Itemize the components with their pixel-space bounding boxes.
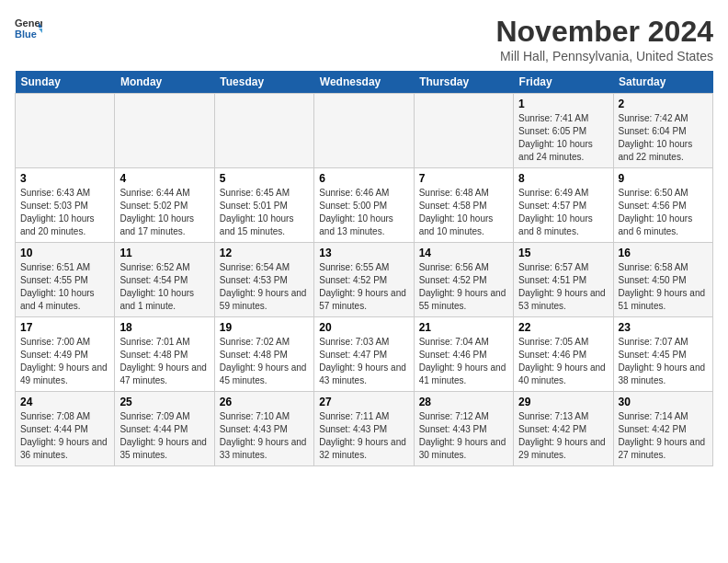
sunset: Sunset: 4:48 PM	[220, 349, 309, 362]
day-cell: 2 Sunrise: 7:42 AM Sunset: 6:04 PM Dayli…	[613, 94, 712, 168]
day-number: 7	[419, 172, 508, 185]
day-cell: 14 Sunrise: 6:56 AM Sunset: 4:52 PM Dayl…	[414, 243, 513, 317]
day-cell: 22 Sunrise: 7:05 AM Sunset: 4:46 PM Dayl…	[514, 317, 613, 392]
day-number: 28	[419, 396, 508, 408]
day-cell: 11 Sunrise: 6:52 AM Sunset: 4:54 PM Dayl…	[115, 243, 214, 317]
sunrise: Sunrise: 7:41 AM	[518, 112, 608, 125]
sunrise: Sunrise: 7:04 AM	[419, 336, 508, 349]
day-number: 18	[119, 321, 209, 334]
sunset: Sunset: 4:45 PM	[619, 349, 708, 362]
day-cell: 3 Sunrise: 6:43 AM Sunset: 5:03 PM Dayli…	[16, 168, 115, 243]
sunset: Sunset: 4:48 PM	[119, 349, 209, 362]
daylight: Daylight: 9 hours and 40 minutes.	[518, 362, 608, 387]
sunset: Sunset: 4:50 PM	[619, 274, 708, 287]
day-cell: 7 Sunrise: 6:48 AM Sunset: 4:58 PM Dayli…	[414, 168, 513, 243]
daylight: Daylight: 9 hours and 35 minutes.	[119, 436, 209, 462]
day-info: Sunrise: 7:13 AM Sunset: 4:42 PM Dayligh…	[518, 410, 608, 462]
day-number: 16	[619, 247, 708, 259]
sunrise: Sunrise: 6:44 AM	[119, 187, 209, 200]
header: General Blue November 2024 Mill Hall, Pe…	[15, 15, 713, 63]
sunrise: Sunrise: 7:07 AM	[619, 336, 708, 349]
day-cell: 27 Sunrise: 7:11 AM Sunset: 4:43 PM Dayl…	[314, 392, 414, 466]
daylight: Daylight: 9 hours and 51 minutes.	[619, 287, 708, 313]
day-cell: 5 Sunrise: 6:45 AM Sunset: 5:01 PM Dayli…	[214, 168, 313, 243]
svg-text:Blue: Blue	[15, 29, 37, 40]
day-cell: 29 Sunrise: 7:13 AM Sunset: 4:42 PM Dayl…	[514, 392, 613, 466]
daylight: Daylight: 9 hours and 33 minutes.	[220, 436, 309, 462]
day-info: Sunrise: 7:41 AM Sunset: 6:05 PM Dayligh…	[518, 112, 608, 164]
day-info: Sunrise: 7:10 AM Sunset: 4:43 PM Dayligh…	[220, 410, 309, 462]
day-info: Sunrise: 6:50 AM Sunset: 4:56 PM Dayligh…	[619, 187, 708, 238]
day-info: Sunrise: 6:44 AM Sunset: 5:02 PM Dayligh…	[119, 187, 209, 238]
logo-icon: General Blue	[15, 15, 42, 42]
day-cell: 20 Sunrise: 7:03 AM Sunset: 4:47 PM Dayl…	[314, 317, 414, 392]
daylight: Daylight: 9 hours and 27 minutes.	[619, 436, 708, 462]
header-day-friday: Friday	[514, 71, 613, 94]
day-cell: 13 Sunrise: 6:55 AM Sunset: 4:52 PM Dayl…	[314, 243, 414, 317]
daylight: Daylight: 10 hours and 24 minutes.	[518, 138, 608, 164]
sunrise: Sunrise: 7:12 AM	[419, 410, 508, 423]
sunrise: Sunrise: 7:13 AM	[518, 410, 608, 423]
day-number: 17	[20, 321, 109, 334]
header-day-wednesday: Wednesday	[314, 71, 414, 94]
sunrise: Sunrise: 6:46 AM	[319, 187, 408, 200]
day-number: 29	[518, 396, 608, 408]
sunset: Sunset: 5:01 PM	[220, 200, 309, 213]
sunrise: Sunrise: 6:50 AM	[619, 187, 708, 200]
sunrise: Sunrise: 7:42 AM	[619, 112, 708, 125]
day-info: Sunrise: 6:48 AM Sunset: 4:58 PM Dayligh…	[419, 187, 508, 238]
day-info: Sunrise: 6:52 AM Sunset: 4:54 PM Dayligh…	[119, 261, 209, 313]
sunrise: Sunrise: 7:00 AM	[20, 336, 109, 349]
day-cell	[314, 94, 414, 168]
day-cell: 16 Sunrise: 6:58 AM Sunset: 4:50 PM Dayl…	[613, 243, 712, 317]
day-number: 12	[220, 247, 309, 259]
sunrise: Sunrise: 6:48 AM	[419, 187, 508, 200]
day-cell: 1 Sunrise: 7:41 AM Sunset: 6:05 PM Dayli…	[514, 94, 613, 168]
location: Mill Hall, Pennsylvania, United States	[495, 49, 713, 63]
day-info: Sunrise: 7:02 AM Sunset: 4:48 PM Dayligh…	[220, 336, 309, 387]
week-row-1: 1 Sunrise: 7:41 AM Sunset: 6:05 PM Dayli…	[16, 94, 713, 168]
day-info: Sunrise: 7:07 AM Sunset: 4:45 PM Dayligh…	[619, 336, 708, 387]
daylight: Daylight: 9 hours and 45 minutes.	[220, 362, 309, 387]
daylight: Daylight: 9 hours and 41 minutes.	[419, 362, 508, 387]
header-day-thursday: Thursday	[414, 71, 513, 94]
sunrise: Sunrise: 6:52 AM	[119, 261, 209, 274]
sunrise: Sunrise: 6:58 AM	[619, 261, 708, 274]
sunset: Sunset: 4:51 PM	[518, 274, 608, 287]
header-day-monday: Monday	[115, 71, 214, 94]
day-info: Sunrise: 6:57 AM Sunset: 4:51 PM Dayligh…	[518, 261, 608, 313]
daylight: Daylight: 10 hours and 8 minutes.	[518, 213, 608, 238]
sunset: Sunset: 4:55 PM	[20, 274, 109, 287]
day-number: 8	[518, 172, 608, 185]
sunset: Sunset: 4:52 PM	[419, 274, 508, 287]
daylight: Daylight: 9 hours and 55 minutes.	[419, 287, 508, 313]
sunset: Sunset: 6:04 PM	[619, 125, 708, 138]
day-number: 14	[419, 247, 508, 259]
sunrise: Sunrise: 6:43 AM	[20, 187, 109, 200]
header-day-sunday: Sunday	[16, 71, 115, 94]
daylight: Daylight: 9 hours and 59 minutes.	[220, 287, 309, 313]
sunset: Sunset: 4:53 PM	[220, 274, 309, 287]
day-number: 5	[220, 172, 309, 185]
day-number: 10	[20, 247, 109, 259]
day-cell: 18 Sunrise: 7:01 AM Sunset: 4:48 PM Dayl…	[115, 317, 214, 392]
sunset: Sunset: 5:03 PM	[20, 200, 109, 213]
sunset: Sunset: 4:43 PM	[419, 423, 508, 436]
day-cell: 21 Sunrise: 7:04 AM Sunset: 4:46 PM Dayl…	[414, 317, 513, 392]
sunrise: Sunrise: 7:08 AM	[20, 410, 109, 423]
day-info: Sunrise: 7:14 AM Sunset: 4:42 PM Dayligh…	[619, 410, 708, 462]
day-cell: 17 Sunrise: 7:00 AM Sunset: 4:49 PM Dayl…	[16, 317, 115, 392]
daylight: Daylight: 9 hours and 43 minutes.	[319, 362, 408, 387]
calendar-table: SundayMondayTuesdayWednesdayThursdayFrid…	[15, 71, 713, 466]
day-number: 6	[319, 172, 408, 185]
daylight: Daylight: 9 hours and 32 minutes.	[319, 436, 408, 462]
daylight: Daylight: 9 hours and 36 minutes.	[20, 436, 109, 462]
sunset: Sunset: 4:44 PM	[119, 423, 209, 436]
day-cell: 25 Sunrise: 7:09 AM Sunset: 4:44 PM Dayl…	[115, 392, 214, 466]
day-info: Sunrise: 7:01 AM Sunset: 4:48 PM Dayligh…	[119, 336, 209, 387]
day-cell: 28 Sunrise: 7:12 AM Sunset: 4:43 PM Dayl…	[414, 392, 513, 466]
daylight: Daylight: 9 hours and 47 minutes.	[119, 362, 209, 387]
sunset: Sunset: 4:42 PM	[619, 423, 708, 436]
daylight: Daylight: 10 hours and 6 minutes.	[619, 213, 708, 238]
sunrise: Sunrise: 6:54 AM	[220, 261, 309, 274]
